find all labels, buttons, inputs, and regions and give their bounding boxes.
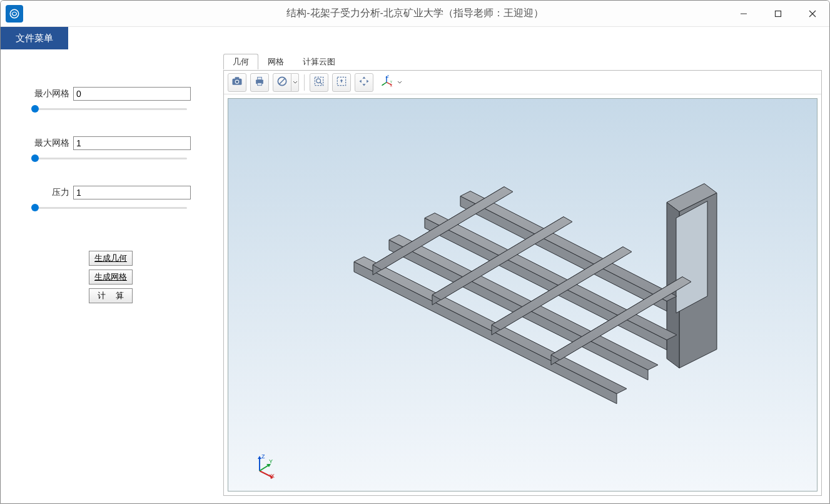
- file-menu[interactable]: 文件菜单: [1, 27, 68, 49]
- svg-text:Z: Z: [387, 75, 389, 78]
- svg-point-7: [236, 81, 238, 83]
- svg-rect-8: [235, 77, 240, 79]
- zoom-box-icon: [313, 75, 325, 89]
- no-entry-icon: [276, 75, 288, 89]
- titlebar: 结构-花架子受力分析-北京矿业大学（指导老师：王迎迎）: [1, 1, 829, 27]
- main-panel: 几何 网格 计算云图: [221, 49, 829, 503]
- printer-icon: [253, 75, 266, 89]
- svg-point-0: [10, 9, 19, 18]
- max-mesh-label: 最大网格: [31, 138, 69, 149]
- tab-mesh[interactable]: 网格: [258, 54, 293, 69]
- svg-line-13: [279, 78, 285, 84]
- compute-button[interactable]: 计 算: [89, 288, 133, 303]
- svg-text:Y: Y: [269, 458, 273, 465]
- param-pressure: 压力: [31, 186, 191, 213]
- fit-view-button[interactable]: [332, 73, 351, 92]
- print-button[interactable]: [250, 73, 269, 92]
- min-mesh-input[interactable]: [73, 87, 191, 101]
- camera-icon: [231, 75, 243, 89]
- chevron-down-icon[interactable]: [396, 73, 403, 92]
- maximize-button[interactable]: [761, 1, 795, 26]
- chevron-down-icon[interactable]: [291, 73, 299, 92]
- zoom-area-button[interactable]: [310, 73, 328, 92]
- max-mesh-slider[interactable]: [31, 153, 191, 164]
- svg-line-16: [320, 83, 322, 84]
- pressure-slider[interactable]: [31, 202, 191, 213]
- min-mesh-slider[interactable]: [31, 103, 191, 114]
- max-mesh-input[interactable]: [73, 136, 191, 150]
- model-render: [316, 158, 729, 421]
- axis-view-dropdown[interactable]: Z Y X: [377, 73, 403, 92]
- screenshot-button[interactable]: [228, 73, 246, 92]
- viewport-3d[interactable]: Z Y X: [228, 98, 817, 491]
- tab-cloud[interactable]: 计算云图: [293, 54, 345, 69]
- svg-text:X: X: [390, 84, 393, 88]
- sidebar: 最小网格 最大网格 压力: [1, 49, 221, 503]
- axis-icon: Z Y X: [380, 75, 393, 89]
- expand-view-button[interactable]: [355, 73, 373, 92]
- minimize-button[interactable]: [726, 1, 761, 26]
- window-title: 结构-花架子受力分析-北京矿业大学（指导老师：王迎迎）: [1, 7, 829, 20]
- app-icon: [6, 5, 23, 23]
- tab-geometry[interactable]: 几何: [223, 54, 258, 69]
- svg-text:X: X: [271, 473, 275, 479]
- action-buttons: 生成几何 生成网格 计 算: [31, 251, 191, 303]
- pressure-input[interactable]: [73, 186, 191, 199]
- content: 最小网格 最大网格 压力: [1, 49, 829, 503]
- close-button[interactable]: [795, 1, 829, 26]
- tab-strip: 几何 网格 计算云图: [223, 53, 822, 69]
- axis-triad: Z Y X: [251, 453, 276, 478]
- expand-icon: [358, 75, 370, 89]
- layer-dropdown[interactable]: [273, 73, 299, 92]
- svg-text:Z: Z: [261, 453, 265, 460]
- viewer-frame: Z Y X: [223, 70, 822, 496]
- param-max-mesh: 最大网格: [31, 136, 191, 164]
- toolbar-separator: [304, 74, 305, 91]
- svg-rect-10: [258, 77, 262, 79]
- fit-icon: [335, 75, 348, 89]
- min-mesh-label: 最小网格: [31, 88, 69, 99]
- generate-geometry-button[interactable]: 生成几何: [89, 251, 133, 266]
- svg-marker-27: [676, 201, 707, 313]
- axis-view-button[interactable]: Z Y X: [377, 73, 396, 92]
- toolbar: Z Y X: [224, 71, 821, 94]
- param-min-mesh: 最小网格: [31, 87, 191, 114]
- generate-mesh-button[interactable]: 生成网格: [89, 270, 133, 285]
- svg-rect-2: [775, 11, 781, 16]
- menubar: 文件菜单: [1, 27, 829, 49]
- layer-button[interactable]: [273, 73, 291, 92]
- svg-rect-11: [258, 83, 262, 86]
- pressure-label: 压力: [31, 187, 69, 198]
- window-controls: [726, 1, 829, 26]
- svg-point-15: [316, 79, 321, 83]
